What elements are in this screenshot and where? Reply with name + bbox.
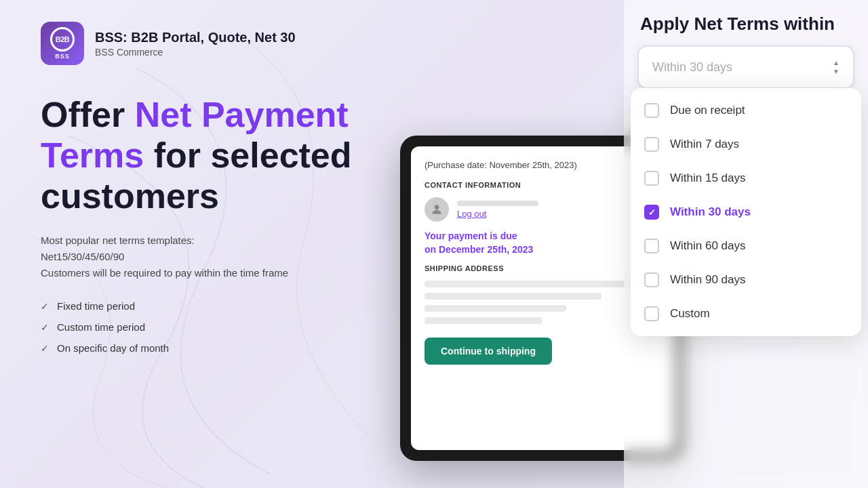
check-icon-2: ✓ [41,322,49,333]
sub-text: Most popular net terms templates: Net15/… [41,232,393,281]
check-icon-1: ✓ [41,301,49,312]
subtext-line2: Net15/30/45/60/90 [41,251,124,262]
dropdown-selected-value: Within 30 days [652,60,732,75]
main-heading: Offer Net Payment Terms for selected cus… [41,95,393,216]
payment-due-line2: on December 25th, 2023 [425,244,533,255]
logo-circle: B2B [50,27,75,52]
contact-name-bar [457,201,538,206]
features-list: ✓ Fixed time period ✓ Custom time period… [41,300,393,354]
dropdown-item-custom[interactable]: Custom [631,297,861,331]
feature-label-3: On specific day of month [57,342,169,354]
company-name: BSS Commerce [95,47,296,58]
logo-sub-text: BSS [55,53,70,60]
dropdown-arrows-icon: ▲ ▼ [833,59,840,75]
addr-bar-2 [425,293,601,300]
dropdown-item-label-custom: Custom [670,307,710,321]
dropdown-item-within-90[interactable]: Within 90 days [631,263,861,297]
feature-item-3: ✓ On specific day of month [41,342,393,354]
dropdown-item-due-receipt[interactable]: Due on receipt [631,94,861,127]
dropdown-item-label-within-30: Within 30 days [670,205,751,219]
svg-point-0 [435,205,439,209]
app-logo: B2B BSS [41,22,84,65]
app-name: BSS: B2B Portal, Quote, Net 30 [95,30,296,45]
header: B2B BSS BSS: B2B Portal, Quote, Net 30 B… [41,22,296,65]
checkbox-within-15[interactable] [644,171,659,186]
dropdown-item-label-due-receipt: Due on receipt [670,104,745,117]
checkbox-within-7[interactable] [644,137,659,152]
dropdown-header: Apply Net Terms within Within 30 days ▲ … [637,14,854,89]
dropdown-item-within-30[interactable]: Within 30 days [631,195,861,229]
left-content: Offer Net Payment Terms for selected cus… [41,95,393,354]
dropdown-item-within-15[interactable]: Within 15 days [631,161,861,195]
addr-bar-4 [425,317,542,324]
contact-info: Log out [457,201,538,219]
dropdown-item-label-within-7: Within 7 days [670,138,739,151]
dropdown-title: Apply Net Terms within [637,14,854,35]
dropdown-item-label-within-60: Within 60 days [670,239,746,253]
continue-to-shipping-button[interactable]: Continue to shipping [425,338,552,365]
subtext-line1: Most popular net terms templates: [41,235,195,246]
dropdown-item-label-within-15: Within 15 days [670,171,746,185]
checkbox-due-receipt[interactable] [644,103,659,118]
checkbox-within-90[interactable] [644,272,659,287]
dropdown-select[interactable]: Within 30 days ▲ ▼ [637,45,854,89]
dropdown-item-label-within-90: Within 90 days [670,273,746,287]
subtext-line3: Customers will be required to pay within… [41,267,288,279]
logo-info: BSS: B2B Portal, Quote, Net 30 BSS Comme… [95,30,296,58]
addr-bar-3 [425,305,566,312]
checkbox-within-60[interactable] [644,239,659,253]
log-out-link[interactable]: Log out [457,209,538,219]
feature-item-1: ✓ Fixed time period [41,300,393,312]
dropdown-list: Due on receipt Within 7 days Within 15 d… [631,88,861,336]
dropdown-item-within-60[interactable]: Within 60 days [631,229,861,263]
heading-part1: Offer [41,95,135,134]
feature-label-1: Fixed time period [57,300,135,312]
dropdown-item-within-7[interactable]: Within 7 days [631,127,861,161]
checkbox-custom[interactable] [644,306,659,321]
avatar [425,197,449,222]
feature-item-2: ✓ Custom time period [41,321,393,333]
check-icon-3: ✓ [41,343,49,354]
checkbox-within-30[interactable] [644,205,659,220]
payment-due-line1: Your payment is due [425,230,517,241]
feature-label-2: Custom time period [57,321,145,333]
right-panel: Apply Net Terms within Within 30 days ▲ … [624,0,868,488]
